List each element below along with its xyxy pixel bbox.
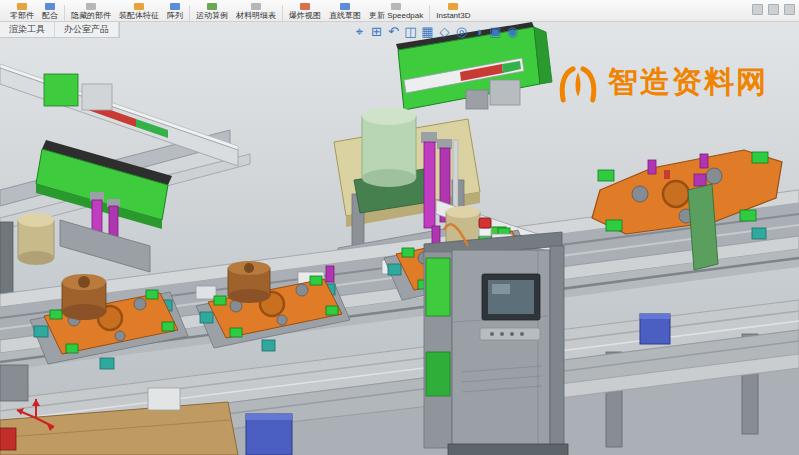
command-manager-tabs: 渲染工具 办公室产品	[0, 22, 120, 38]
previous-view-icon[interactable]: ↶	[386, 24, 401, 40]
assembly-features-icon	[134, 3, 144, 10]
ribbon-item-label: 装配体特征	[119, 11, 159, 20]
component-pattern-icon	[170, 3, 180, 10]
zoom-area-icon[interactable]: ⊞	[369, 24, 384, 40]
ribbon-corner-icon-1[interactable]	[752, 4, 763, 15]
ribbon-item-label: 更新 Speedpak	[369, 11, 423, 20]
ribbon-item-label: 直线草图	[329, 11, 361, 20]
ribbon-item-explode-line-sketch[interactable]: 直线草图	[325, 0, 365, 21]
graphics-viewport[interactable]: 渲染工具 办公室产品 ⌖ ⊞ ↶ ◫ ▦ ◇ ◎ ◑ ▣ ◉ 智造	[0, 22, 799, 455]
tab-office-products[interactable]: 办公室产品	[55, 22, 119, 37]
bill-of-materials-icon	[251, 3, 261, 10]
ribbon-item-hidden-components[interactable]: 隐藏的部件	[67, 0, 115, 21]
ribbon-item-label: 材料明细表	[236, 11, 276, 20]
ribbon-item-component-pattern[interactable]: 阵列	[163, 0, 187, 21]
ribbon-item-update-speedpak[interactable]: 更新 Speedpak	[365, 0, 427, 21]
ribbon-item-label: Instant3D	[436, 11, 470, 20]
ribbon-item-label: 爆炸视图	[289, 11, 321, 20]
zoom-fit-icon[interactable]: ⌖	[352, 24, 367, 40]
section-view-icon[interactable]: ◫	[403, 24, 418, 40]
ribbon-separator	[189, 5, 190, 21]
ribbon-corner-icons	[752, 4, 795, 15]
solidworks-window: 零部件 配合 隐藏的部件 装配体特征 阵列 运动算例 材料明细表	[0, 0, 799, 455]
watermark-text: 智造资料网	[608, 62, 768, 103]
ribbon-corner-icon-3[interactable]	[784, 4, 795, 15]
control-cabinet[interactable]	[424, 224, 568, 455]
ribbon-item-label: 配合	[42, 11, 58, 20]
ribbon-item-motion-study[interactable]: 运动算例	[192, 0, 232, 21]
electrical-box-right[interactable]	[640, 314, 670, 344]
ribbon-item-label: 隐藏的部件	[71, 11, 111, 20]
watermark-logo-icon	[555, 55, 601, 109]
update-speedpak-icon	[391, 3, 401, 10]
view-orientation-icon[interactable]: ▦	[420, 24, 435, 40]
ribbon-item-label: 零部件	[10, 11, 34, 20]
ribbon-item-insert-component[interactable]: 零部件	[6, 0, 38, 21]
insert-component-icon	[17, 3, 27, 10]
edit-appearance-icon[interactable]: ◑	[471, 24, 486, 40]
motion-study-icon	[207, 3, 217, 10]
ribbon-separator	[64, 5, 65, 21]
tab-render-tools[interactable]: 渲染工具	[0, 22, 55, 37]
ribbon-corner-icon-2[interactable]	[768, 4, 779, 15]
hide-show-items-icon[interactable]: ◎	[454, 24, 469, 40]
watermark: 智造资料网	[555, 55, 768, 109]
exploded-view-icon	[300, 3, 310, 10]
ribbon-item-label: 运动算例	[196, 11, 228, 20]
instant3d-icon	[448, 3, 458, 10]
ribbon-separator	[429, 5, 430, 21]
ribbon-separator	[282, 5, 283, 21]
display-style-icon[interactable]: ◇	[437, 24, 452, 40]
view-settings-icon[interactable]: ◉	[505, 24, 520, 40]
ribbon-toolbar: 零部件 配合 隐藏的部件 装配体特征 阵列 运动算例 材料明细表	[0, 0, 799, 22]
ribbon-item-bill-of-materials[interactable]: 材料明细表	[232, 0, 280, 21]
hidden-components-icon	[86, 3, 96, 10]
ribbon-item-instant3d[interactable]: Instant3D	[432, 0, 474, 21]
explode-line-sketch-icon	[340, 3, 350, 10]
apply-scene-icon[interactable]: ▣	[488, 24, 503, 40]
ribbon-item-label: 阵列	[167, 11, 183, 20]
mate-icon	[45, 3, 55, 10]
ribbon-item-exploded-view[interactable]: 爆炸视图	[285, 0, 325, 21]
electrical-box-left[interactable]	[246, 414, 292, 455]
heads-up-view-toolbar: ⌖ ⊞ ↶ ◫ ▦ ◇ ◎ ◑ ▣ ◉	[352, 24, 520, 40]
ribbon-item-mate[interactable]: 配合	[38, 0, 62, 21]
ribbon-item-assembly-features[interactable]: 装配体特征	[115, 0, 163, 21]
